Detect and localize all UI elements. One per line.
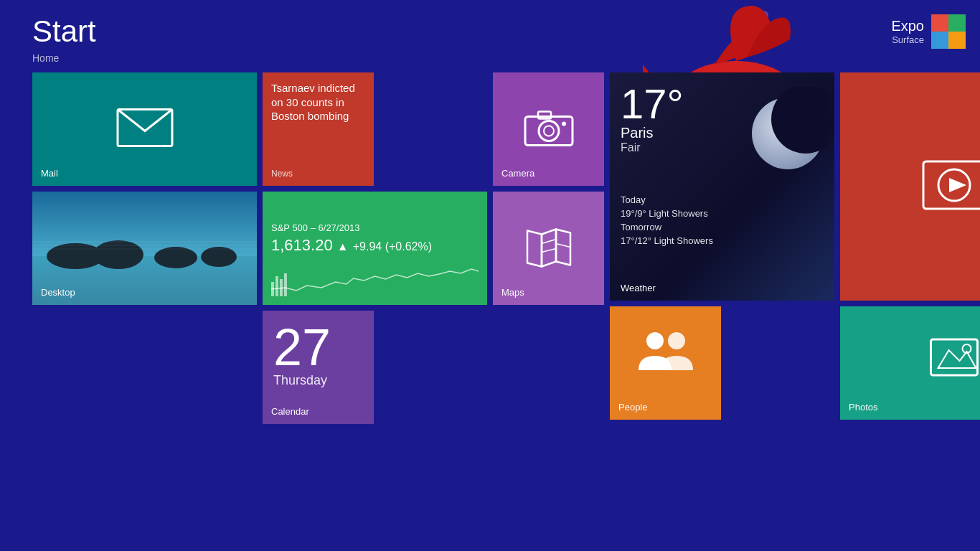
tile-weather[interactable]: 17° Paris Fair Today 19°/9° Light Shower… [610,72,834,301]
svg-point-33 [668,332,685,349]
weather-content: 17° Paris Fair Today 19°/9° Light Shower… [621,83,824,293]
tile-video[interactable] [840,72,980,301]
svg-line-29 [556,244,570,248]
maps-label: Maps [501,287,524,298]
photos-label: Photos [849,402,877,413]
svg-rect-18 [284,273,287,296]
photos-icon [928,336,981,385]
stocks-change: +9.94 (+0.62%) [353,240,432,253]
weather-temperature: 17° [621,83,824,125]
calendar-weekday: Thursday [273,373,331,388]
play-icon [922,160,980,213]
weather-city: Paris [621,125,824,141]
svg-line-28 [542,249,556,253]
tile-news[interactable]: Tsarnaev indicted on 30 counts in Boston… [263,72,374,186]
tile-maps[interactable]: Maps [493,192,604,305]
stocks-title: S&P 500 – 6/27/2013 [271,222,479,233]
camera-icon [524,108,574,151]
avatar[interactable] [931,14,966,49]
weather-tomorrow-label: Tomorrow [621,222,824,232]
svg-marker-38 [938,350,976,368]
calendar-label: Calendar [271,406,309,417]
news-label: News [271,169,293,179]
svg-rect-16 [275,276,278,296]
user-display-name: Expo [891,18,924,34]
tiles-container: Mail [0,72,980,424]
tile-calendar[interactable]: 27 Thursday Calendar [263,311,374,424]
svg-point-23 [562,122,566,126]
mail-label: Mail [41,168,58,179]
user-info[interactable]: Expo Surface [891,14,966,49]
svg-rect-17 [280,279,283,296]
maps-icon [524,224,574,273]
tile-photos[interactable]: Photos [840,306,980,420]
svg-line-27 [542,240,556,244]
user-device: Surface [891,34,924,45]
svg-marker-36 [949,178,966,192]
tile-people[interactable]: People [610,306,721,420]
svg-marker-24 [527,231,542,267]
tile-stocks[interactable]: S&P 500 – 6/27/2013 1,613.20 ▲ +9.94 (+0… [263,192,487,305]
header: Start Home [0,0,980,64]
camera-label: Camera [501,168,534,179]
calendar-day: 27 [273,321,331,373]
svg-point-11 [201,247,237,267]
tile-desktop[interactable]: Desktop [32,192,257,305]
weather-tomorrow-forecast: 17°/12° Light Showers [621,235,824,246]
tile-camera[interactable]: Camera [493,72,604,186]
desktop-label: Desktop [41,287,75,298]
svg-point-21 [544,126,554,136]
weather-today-forecast: 19°/9° Light Showers [621,208,824,219]
section-label: Home [32,52,948,64]
svg-rect-15 [271,282,274,296]
mail-icon [116,108,174,151]
weather-forecast: Today 19°/9° Light Showers Tomorrow 17°/… [621,194,824,249]
stock-chart [271,260,479,296]
svg-point-9 [93,240,143,269]
stocks-value: 1,613.20 ▲ +9.94 (+0.62%) [271,236,479,255]
tile-mail[interactable]: Mail [32,72,257,186]
weather-condition: Fair [621,141,824,154]
weather-today-label: Today [621,194,824,205]
weather-label: Weather [621,283,824,293]
svg-point-32 [646,332,664,349]
stocks-arrow: ▲ [337,240,349,253]
svg-point-10 [154,247,197,268]
people-icon [637,331,694,377]
svg-point-20 [539,121,559,141]
news-headline: Tsarnaev indicted on 30 counts in Boston… [271,81,365,123]
page-title: Start [32,14,948,49]
svg-marker-25 [542,230,556,267]
people-label: People [618,402,647,413]
